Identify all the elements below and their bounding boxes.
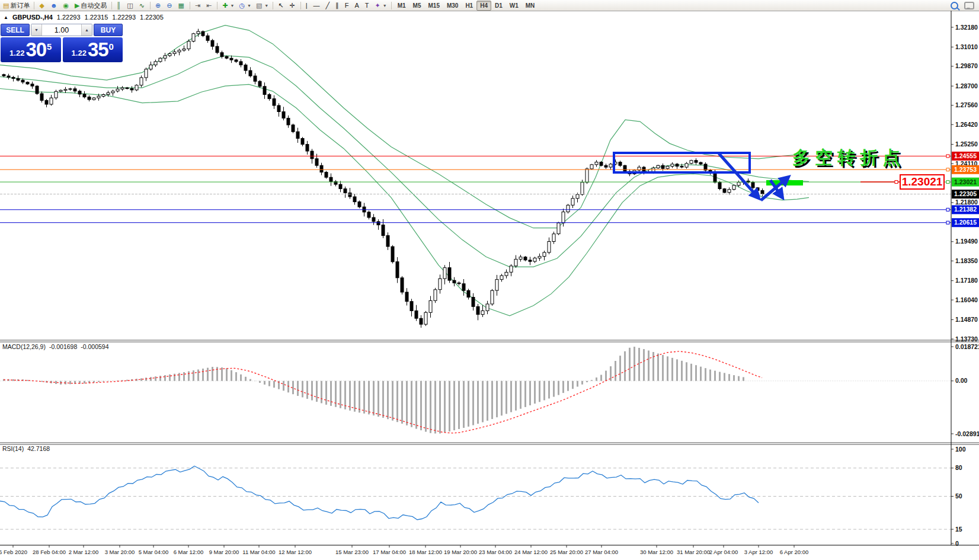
text-label-icon[interactable]: T — [363, 1, 373, 11]
tf-h4[interactable]: H4 — [476, 1, 491, 11]
zoom-in-icon[interactable]: ⊕ — [153, 1, 164, 11]
date-axis-label: 6 Feb 2020 — [0, 549, 27, 555]
candle-body — [718, 183, 721, 189]
candle-body — [31, 84, 34, 86]
chevron-down-icon[interactable]: ▼ — [383, 4, 387, 8]
symbol-period: GBPUSD-,H4 — [12, 14, 53, 21]
candle-body — [197, 31, 200, 34]
tf-m30[interactable]: M30 — [443, 1, 462, 11]
price-badge-label: 1.22305 — [954, 190, 977, 197]
chevron-down-icon[interactable]: ▼ — [264, 4, 268, 8]
sell-price-sup: 5 — [47, 41, 52, 52]
line-chart-icon[interactable]: ∿ — [137, 1, 148, 11]
crosshair-icon[interactable]: ✛ — [287, 1, 299, 11]
tf-h1[interactable]: H1 — [462, 1, 476, 11]
text-icon[interactable]: A — [352, 1, 362, 11]
price-axis-label: 1.19490 — [955, 238, 978, 245]
candle-body — [315, 159, 318, 165]
candle-body — [415, 311, 418, 318]
horizontal-line-icon[interactable]: — — [311, 1, 324, 11]
tf-m1[interactable]: M1 — [394, 1, 409, 11]
templates-icon[interactable]: ▧▼ — [254, 1, 271, 11]
periods-icon[interactable]: ◷▼ — [236, 1, 254, 11]
price-axis-label: 1.28700 — [955, 82, 978, 89]
sell-button[interactable]: SELL — [1, 24, 30, 36]
volume-down-button[interactable]: ▼ — [31, 24, 42, 36]
market-watch-icon[interactable]: ◆ — [37, 1, 47, 11]
rsi-indicator-label: RSI(14) 42.7168 — [2, 445, 50, 452]
tf-m15[interactable]: M15 — [424, 1, 443, 11]
chevron-down-icon[interactable]: ▼ — [230, 4, 234, 8]
price-axis-label: 1.14870 — [955, 316, 978, 323]
sell-price-box[interactable]: 1.22 30 5 — [1, 37, 61, 62]
level-handle[interactable] — [946, 181, 949, 184]
auto-trading-button-label: 自动交易 — [81, 1, 107, 10]
candle-body — [472, 297, 475, 307]
level-handle[interactable] — [946, 208, 949, 211]
candle-body — [121, 88, 124, 89]
level-handle[interactable] — [946, 221, 949, 224]
candle-body — [751, 183, 754, 188]
volume-input[interactable] — [42, 24, 81, 36]
candle-body — [329, 177, 332, 181]
add-indicator-icon[interactable]: ✚▼ — [220, 1, 236, 11]
candle-body — [159, 58, 162, 62]
tf-d1[interactable]: D1 — [491, 1, 506, 11]
arrows-icon: ✦ — [375, 1, 380, 10]
auto-scroll-icon[interactable]: ⇥ — [193, 1, 204, 11]
callout-handle[interactable] — [895, 181, 898, 184]
candle-body — [12, 77, 15, 78]
candle-body — [467, 290, 470, 297]
tf-m5[interactable]: M5 — [409, 1, 425, 11]
candle-body — [145, 69, 148, 78]
candlestick-chart-icon[interactable]: ◫ — [124, 1, 136, 11]
buy-button[interactable]: BUY — [94, 24, 123, 36]
level-handle[interactable] — [946, 168, 949, 171]
candle-body — [505, 272, 508, 276]
new-order-icon: ▤ — [3, 1, 9, 10]
chat-icon[interactable] — [964, 2, 974, 9]
signals-icon[interactable]: ◉ — [60, 1, 72, 11]
chart-shift-icon[interactable]: ⇤ — [204, 1, 215, 11]
candle-body — [135, 85, 138, 90]
new-order-button[interactable]: ▤新订单 — [1, 1, 32, 11]
candle-body — [140, 78, 143, 85]
chevron-down-icon[interactable]: ▼ — [247, 4, 251, 8]
tf-w1[interactable]: W1 — [506, 1, 522, 11]
date-axis-label: 9 Mar 20:00 — [209, 549, 239, 555]
macd-indicator-label: MACD(12,26,9) -0.001698 -0.000594 — [2, 343, 109, 350]
auto-trading-button[interactable]: ▶自动交易 — [72, 1, 109, 11]
toolbar-separator — [150, 2, 151, 9]
bar-chart-icon[interactable]: ║ — [114, 1, 125, 11]
equidistant-channel-icon[interactable]: ∥ — [333, 1, 343, 11]
candle-body — [292, 125, 295, 132]
volume-up-button[interactable]: ▲ — [81, 24, 92, 36]
candle-body — [548, 242, 551, 253]
arrows-icon[interactable]: ✦▼ — [373, 1, 389, 11]
level-handle[interactable] — [946, 155, 949, 158]
candle-body — [83, 94, 86, 97]
price-badge-label: 1.23021 — [954, 178, 977, 185]
profiles-icon[interactable]: ☻ — [48, 1, 61, 11]
search-icon[interactable] — [951, 2, 958, 9]
text-label-icon: T — [365, 1, 369, 10]
mt4-window: ▤新订单◆☻◉▶自动交易║◫∿⊕⊖▦⇥⇤✚▼◷▼▧▼↖✛|—╱∥FAT✦▼M1M… — [0, 0, 979, 560]
tf-mn[interactable]: MN — [522, 1, 539, 11]
candle-body — [567, 205, 570, 212]
candle-body — [604, 165, 607, 167]
zoom-out-icon[interactable]: ⊖ — [164, 1, 175, 11]
cursor-icon[interactable]: ↖ — [276, 1, 287, 11]
tf-w1-label: W1 — [510, 2, 519, 9]
toolbar-separator — [391, 2, 392, 9]
price-axis-label: 1.26420 — [955, 121, 978, 128]
chart-canvas[interactable]: 1.23021多空转折点多空转折点1.321801.310101.298701.… — [0, 11, 979, 560]
candle-body — [225, 56, 228, 58]
fibonacci-icon[interactable]: F — [343, 1, 353, 11]
vertical-line-icon[interactable]: | — [303, 1, 311, 11]
tile-windows-icon[interactable]: ▦ — [175, 1, 187, 11]
trendline-icon[interactable]: ╱ — [324, 1, 334, 11]
buy-price-box[interactable]: 1.22 35 0 — [63, 37, 123, 62]
price-axis-label: 1.32180 — [955, 24, 978, 31]
candle-body — [704, 164, 707, 170]
fibonacci-icon: F — [345, 1, 349, 10]
